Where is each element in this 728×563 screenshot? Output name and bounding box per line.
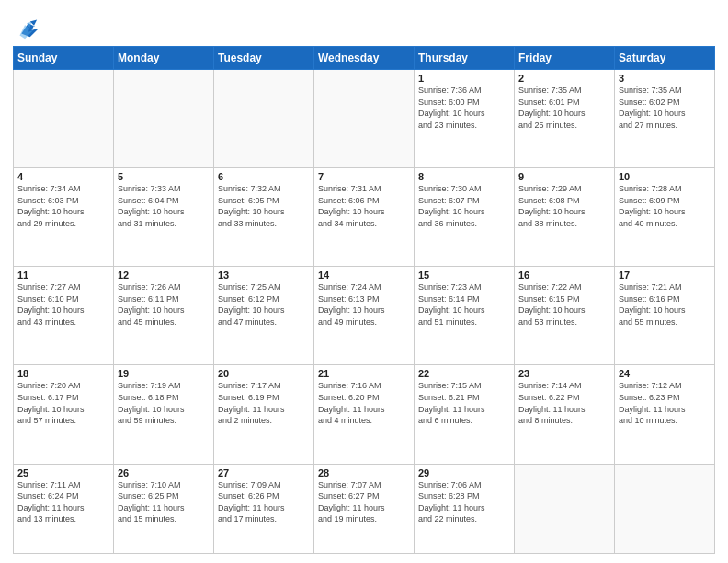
day-number: 22 [418,368,510,379]
day-number: 15 [418,270,510,281]
calendar-cell: 19Sunrise: 7:19 AM Sunset: 6:18 PM Dayli… [114,365,214,464]
day-info: Sunrise: 7:33 AM Sunset: 6:04 PM Dayligh… [118,183,210,229]
day-info: Sunrise: 7:12 AM Sunset: 6:23 PM Dayligh… [619,380,711,426]
day-info: Sunrise: 7:21 AM Sunset: 6:16 PM Dayligh… [619,282,711,327]
calendar-cell: 3Sunrise: 7:35 AM Sunset: 6:02 PM Daylig… [615,70,715,168]
day-info: Sunrise: 7:19 AM Sunset: 6:18 PM Dayligh… [118,380,210,426]
header-row: SundayMondayTuesdayWednesdayThursdayFrid… [14,47,715,70]
day-info: Sunrise: 7:31 AM Sunset: 6:06 PM Dayligh… [318,183,410,229]
calendar-cell: 21Sunrise: 7:16 AM Sunset: 6:20 PM Dayli… [314,365,415,464]
day-number: 29 [418,467,510,478]
calendar-cell: 26Sunrise: 7:10 AM Sunset: 6:25 PM Dayli… [114,464,214,553]
day-info: Sunrise: 7:27 AM Sunset: 6:10 PM Dayligh… [17,282,109,327]
day-info: Sunrise: 7:17 AM Sunset: 6:19 PM Dayligh… [218,380,310,426]
week-row: 4Sunrise: 7:34 AM Sunset: 6:03 PM Daylig… [14,168,715,267]
calendar-cell: 24Sunrise: 7:12 AM Sunset: 6:23 PM Dayli… [615,365,715,464]
day-number: 5 [118,171,210,182]
day-number: 13 [218,270,310,281]
day-info: Sunrise: 7:26 AM Sunset: 6:11 PM Dayligh… [118,282,210,327]
day-number: 8 [418,171,510,182]
calendar-cell: 11Sunrise: 7:27 AM Sunset: 6:10 PM Dayli… [14,267,114,365]
calendar-cell: 16Sunrise: 7:22 AM Sunset: 6:15 PM Dayli… [515,267,615,365]
col-header-wednesday: Wednesday [314,47,415,70]
calendar-cell [314,70,415,168]
calendar-cell: 8Sunrise: 7:30 AM Sunset: 6:07 PM Daylig… [415,168,515,267]
day-info: Sunrise: 7:29 AM Sunset: 6:08 PM Dayligh… [518,183,610,229]
day-info: Sunrise: 7:34 AM Sunset: 6:03 PM Dayligh… [17,183,109,229]
col-header-monday: Monday [114,47,214,70]
day-number: 21 [318,368,410,379]
top-section [13,11,715,40]
logo [13,11,42,40]
calendar-cell: 25Sunrise: 7:11 AM Sunset: 6:24 PM Dayli… [14,464,114,553]
day-info: Sunrise: 7:09 AM Sunset: 6:26 PM Dayligh… [218,479,310,525]
calendar-page: SundayMondayTuesdayWednesdayThursdayFrid… [0,0,728,563]
day-info: Sunrise: 7:30 AM Sunset: 6:07 PM Dayligh… [418,183,510,229]
day-number: 14 [318,270,410,281]
calendar-cell: 10Sunrise: 7:28 AM Sunset: 6:09 PM Dayli… [615,168,715,267]
day-info: Sunrise: 7:22 AM Sunset: 6:15 PM Dayligh… [518,282,610,327]
calendar-cell [114,70,214,168]
calendar-cell: 15Sunrise: 7:23 AM Sunset: 6:14 PM Dayli… [415,267,515,365]
day-info: Sunrise: 7:36 AM Sunset: 6:00 PM Dayligh… [418,85,510,131]
day-number: 24 [619,368,711,379]
day-number: 10 [619,171,711,182]
week-row: 11Sunrise: 7:27 AM Sunset: 6:10 PM Dayli… [14,267,715,365]
day-info: Sunrise: 7:35 AM Sunset: 6:02 PM Dayligh… [619,85,711,131]
day-number: 7 [318,171,410,182]
logo-icon [13,15,39,40]
day-info: Sunrise: 7:07 AM Sunset: 6:27 PM Dayligh… [318,479,410,525]
week-row: 25Sunrise: 7:11 AM Sunset: 6:24 PM Dayli… [14,464,715,553]
day-number: 2 [518,73,610,84]
day-info: Sunrise: 7:28 AM Sunset: 6:09 PM Dayligh… [619,183,711,229]
day-info: Sunrise: 7:11 AM Sunset: 6:24 PM Dayligh… [17,479,109,525]
calendar-header: SundayMondayTuesdayWednesdayThursdayFrid… [14,47,715,70]
day-number: 4 [17,171,109,182]
day-number: 18 [17,368,109,379]
day-info: Sunrise: 7:15 AM Sunset: 6:21 PM Dayligh… [418,380,510,426]
calendar-cell: 7Sunrise: 7:31 AM Sunset: 6:06 PM Daylig… [314,168,415,267]
col-header-friday: Friday [515,47,615,70]
day-number: 16 [518,270,610,281]
day-info: Sunrise: 7:32 AM Sunset: 6:05 PM Dayligh… [218,183,310,229]
day-number: 26 [118,467,210,478]
day-number: 1 [418,73,510,84]
col-header-thursday: Thursday [415,47,515,70]
col-header-tuesday: Tuesday [214,47,314,70]
day-number: 20 [218,368,310,379]
day-number: 9 [518,171,610,182]
calendar-cell [515,464,615,553]
col-header-sunday: Sunday [14,47,114,70]
day-number: 23 [518,368,610,379]
calendar-cell: 28Sunrise: 7:07 AM Sunset: 6:27 PM Dayli… [314,464,415,553]
calendar-cell [214,70,314,168]
calendar-table: SundayMondayTuesdayWednesdayThursdayFrid… [13,46,715,554]
day-info: Sunrise: 7:25 AM Sunset: 6:12 PM Dayligh… [218,282,310,327]
day-info: Sunrise: 7:20 AM Sunset: 6:17 PM Dayligh… [17,380,109,426]
calendar-cell: 29Sunrise: 7:06 AM Sunset: 6:28 PM Dayli… [415,464,515,553]
day-number: 17 [619,270,711,281]
calendar-cell: 9Sunrise: 7:29 AM Sunset: 6:08 PM Daylig… [515,168,615,267]
day-info: Sunrise: 7:10 AM Sunset: 6:25 PM Dayligh… [118,479,210,525]
calendar-cell [14,70,114,168]
day-number: 27 [218,467,310,478]
calendar-cell: 2Sunrise: 7:35 AM Sunset: 6:01 PM Daylig… [515,70,615,168]
calendar-cell: 22Sunrise: 7:15 AM Sunset: 6:21 PM Dayli… [415,365,515,464]
calendar-cell: 27Sunrise: 7:09 AM Sunset: 6:26 PM Dayli… [214,464,314,553]
calendar-cell: 12Sunrise: 7:26 AM Sunset: 6:11 PM Dayli… [114,267,214,365]
day-number: 12 [118,270,210,281]
calendar-body: 1Sunrise: 7:36 AM Sunset: 6:00 PM Daylig… [14,70,715,554]
day-number: 6 [218,171,310,182]
day-number: 25 [17,467,109,478]
calendar-cell: 14Sunrise: 7:24 AM Sunset: 6:13 PM Dayli… [314,267,415,365]
col-header-saturday: Saturday [615,47,715,70]
day-number: 19 [118,368,210,379]
calendar-cell [615,464,715,553]
day-number: 28 [318,467,410,478]
calendar-cell: 5Sunrise: 7:33 AM Sunset: 6:04 PM Daylig… [114,168,214,267]
week-row: 1Sunrise: 7:36 AM Sunset: 6:00 PM Daylig… [14,70,715,168]
calendar-cell: 23Sunrise: 7:14 AM Sunset: 6:22 PM Dayli… [515,365,615,464]
calendar-cell: 6Sunrise: 7:32 AM Sunset: 6:05 PM Daylig… [214,168,314,267]
calendar-cell: 18Sunrise: 7:20 AM Sunset: 6:17 PM Dayli… [14,365,114,464]
day-info: Sunrise: 7:06 AM Sunset: 6:28 PM Dayligh… [418,479,510,525]
